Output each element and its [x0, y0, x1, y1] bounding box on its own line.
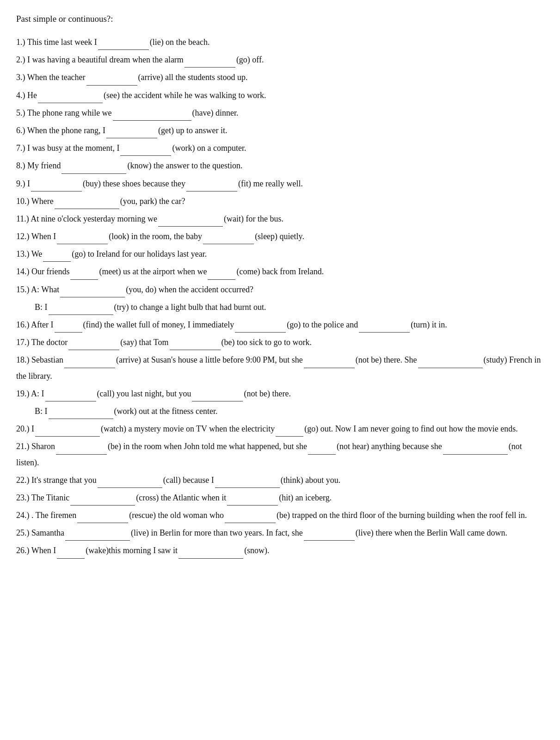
sentence-text: He: [27, 91, 37, 100]
sentence-line: 23.) The Titanic(cross) the Atlantic whe…: [16, 490, 544, 506]
sentence-number: 25.): [16, 528, 31, 537]
answer-blank: [45, 401, 96, 401]
sentence-text: My friend: [27, 161, 61, 170]
answer-blank: [186, 191, 237, 191]
answer-blank: [56, 454, 107, 455]
sentence-text: . The firemen: [31, 511, 76, 520]
answer-blank: [57, 244, 108, 244]
sentence-text: (go) to the police and: [287, 320, 358, 329]
sentence-text: Sharon: [31, 442, 55, 451]
sentence-number: 4.): [16, 91, 27, 100]
answer-blank: [49, 314, 113, 315]
sentence-text: (arrive) at Susan's house a little befor…: [116, 355, 303, 364]
sentence-line: 12.) When I(look) in the room, the baby(…: [16, 228, 544, 244]
sentence-line: 22.) It's strange that you(call) because…: [16, 472, 544, 488]
sentence-text: A: I: [31, 389, 44, 398]
sentence-number: 1.): [16, 37, 27, 47]
answer-blank: [106, 138, 157, 138]
sentence-number: 18.): [16, 355, 31, 364]
sentence-text: When I: [31, 546, 56, 555]
sentence-line: 13.) We(go) to Ireland for our holidays …: [16, 246, 544, 262]
answer-blank: [38, 103, 103, 103]
sentence-text: (turn) it in.: [411, 320, 447, 329]
sentence-text: (have) dinner.: [192, 108, 239, 117]
sentence-text: Samantha: [31, 528, 64, 537]
answer-blank: [31, 191, 82, 191]
sentence-text: (fit) me really well.: [238, 179, 303, 188]
sentence-line: 16.) After I(find) the wallet full of mo…: [16, 317, 544, 333]
answer-blank: [178, 558, 243, 559]
sentence-text: We: [31, 249, 43, 259]
answer-blank: [35, 436, 100, 437]
sentence-number: 13.): [16, 249, 31, 259]
sentence-text: (work) on a computer.: [172, 143, 246, 153]
answer-blank: [98, 487, 162, 488]
sentence-number: 17.): [16, 338, 31, 347]
sentence-text: I: [27, 179, 30, 188]
answer-blank: [62, 173, 126, 174]
sentence-text: When the phone rang, I: [27, 126, 105, 135]
sentence-text: (live) there when the Berlin Wall came d…: [356, 528, 507, 537]
answer-blank: [215, 487, 280, 488]
answer-blank: [158, 226, 223, 227]
answer-blank: [227, 505, 278, 506]
sentence-line: 17.) The doctor(say) that Tom(be) too si…: [16, 334, 544, 350]
sentence-text: (call) because I: [163, 475, 214, 485]
sentence-number: 10.): [16, 197, 31, 206]
sentence-text: I: [31, 424, 34, 433]
sentence-text: (not be) there.: [244, 389, 290, 398]
sentence-number: 12.): [16, 232, 31, 241]
sentence-text: (think) about you.: [281, 475, 340, 485]
answer-blank: [60, 297, 125, 297]
sentence-text: Our friends: [31, 267, 69, 276]
sentence-text: (you, park) the car?: [120, 197, 185, 206]
sentence-text: (know) the answer to the question.: [127, 161, 242, 170]
answer-blank: [64, 368, 115, 368]
sentence-line: 9.) I(buy) these shoes because they(fit)…: [16, 176, 544, 191]
sentence-text: (not hear) anything because she: [337, 442, 442, 451]
sentence-text: The phone rang while we: [27, 108, 112, 117]
sentence-text: (not be) there. She: [356, 355, 417, 364]
sentence-line: 26.) When I(wake)this morning I saw it(s…: [16, 543, 544, 558]
sentence-line: 8.) My friend(know) the answer to the qu…: [16, 158, 544, 173]
sentence-text: Where: [31, 197, 54, 206]
answer-blank: [77, 523, 128, 523]
sentence-text: I was having a beautiful dream when the …: [27, 55, 184, 64]
sentence-text: (sleep) quietly.: [255, 232, 304, 241]
sentence-text: (snow).: [244, 546, 270, 555]
answer-blank: [65, 540, 130, 541]
sentence-text: At nine o'clock yesterday morning we: [31, 214, 157, 223]
sentence-line: 4.) He(see) the accident while he was wa…: [16, 87, 544, 103]
sentence-number: 15.): [16, 285, 31, 294]
sentence-line: 14.) Our friends(meet) us at the airport…: [16, 264, 544, 279]
answer-blank: [418, 368, 483, 368]
sentence-text: After I: [31, 320, 53, 329]
answer-blank: [203, 244, 254, 244]
answer-blank: [185, 67, 235, 68]
sentence-number: 16.): [16, 320, 31, 329]
sentence-number: 2.): [16, 55, 27, 64]
sentence-number: 8.): [16, 161, 27, 170]
answer-blank: [304, 540, 355, 541]
sentence-number: 20.): [16, 424, 31, 433]
sentence-line: 24.) . The firemen(rescue) the old woman…: [16, 507, 544, 523]
answer-blank: [70, 279, 98, 280]
answer-blank: [113, 120, 191, 121]
sentence-line: 21.) Sharon(be) in the room when John to…: [16, 438, 544, 470]
answer-blank: [43, 261, 71, 262]
sentence-text: (wake)this morning I saw it: [86, 546, 178, 555]
sentence-text: This time last week I: [27, 37, 97, 47]
sentence-number: 5.): [16, 108, 27, 117]
answer-blank: [86, 85, 137, 86]
sentence-line: B: I(try) to change a light bulb that ha…: [16, 299, 544, 315]
sentence-text: (wait) for the bus.: [224, 214, 283, 223]
answer-blank: [308, 454, 336, 455]
sentence-line: 18.) Sebastian(arrive) at Susan's house …: [16, 352, 544, 383]
sentence-line: 1.) This time last week I(lie) on the be…: [16, 34, 544, 50]
sentence-text: The Titanic: [31, 493, 70, 502]
sentence-text: (rescue) the old woman who: [129, 511, 224, 520]
sentence-line: 11.) At nine o'clock yesterday morning w…: [16, 211, 544, 227]
sentence-text: (see) the accident while he was walking …: [104, 91, 266, 100]
sentence-line: 15.) A: What(you, do) when the accident …: [16, 282, 544, 297]
sentence-text: (be) in the room when John told me what …: [108, 442, 307, 451]
